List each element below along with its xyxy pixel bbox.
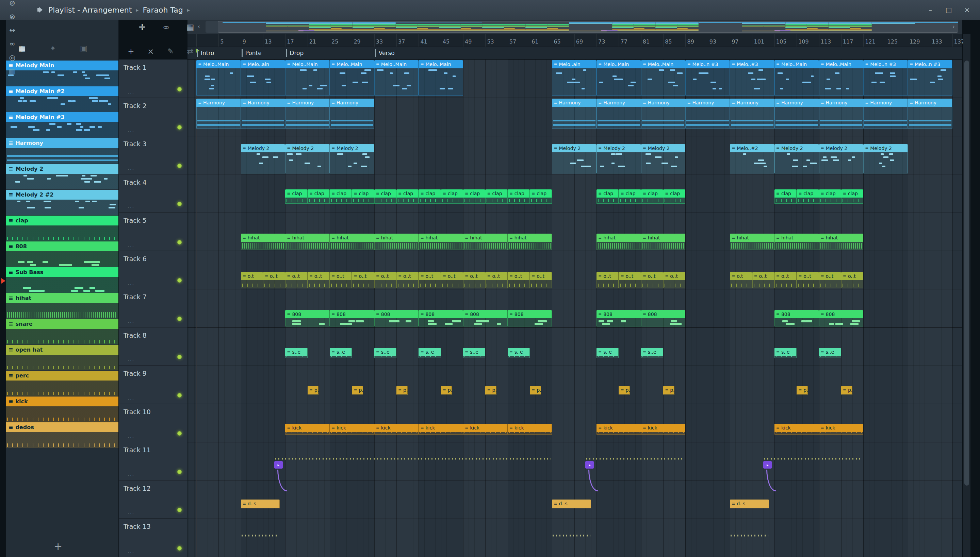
track-resize-grip[interactable]: ··· <box>127 549 134 555</box>
pattern-item[interactable]: ≡808 <box>6 241 118 267</box>
pattern-item[interactable]: ≡perc <box>6 371 118 396</box>
pattern-clip[interactable]: ≡808 <box>596 310 641 326</box>
pattern-clip[interactable]: ≡clap <box>352 189 374 204</box>
pattern-clip[interactable]: ≡Harmony <box>196 99 241 129</box>
pattern-clip[interactable]: ≡kick <box>774 424 819 435</box>
pattern-clip[interactable]: ≡clap <box>418 189 441 204</box>
pattern-clip[interactable]: ≡clap <box>463 189 485 204</box>
pattern-clip[interactable]: ≡o..t <box>596 272 619 288</box>
pattern-clip[interactable]: ≡Melo..Main <box>774 60 819 96</box>
pattern-clip[interactable]: ≡808 <box>285 310 330 326</box>
scroll-left-icon[interactable]: ‹ <box>198 23 200 30</box>
vertical-scrollbar[interactable] <box>963 34 970 557</box>
pattern-clip[interactable]: ≡o..t <box>841 272 863 288</box>
pattern-clip[interactable]: ≡clap <box>641 189 663 204</box>
pattern-clip[interactable]: ≡Melo..Main <box>596 60 641 96</box>
pattern-clip[interactable]: ≡clap <box>397 189 418 204</box>
move-tool-icon[interactable]: ✛ <box>139 23 145 32</box>
pattern-clip[interactable]: ≡Harmony <box>819 99 864 129</box>
track-header[interactable]: Track 13··· <box>119 519 187 557</box>
pattern-clip[interactable]: ≡clap <box>285 189 307 204</box>
pattern-clip[interactable]: ≡808 <box>374 310 419 326</box>
pattern-clip[interactable]: ≡o..t <box>397 272 418 288</box>
link-icon[interactable]: ∞ <box>163 23 170 32</box>
pattern-clip[interactable]: ≡hihat <box>374 234 419 250</box>
pattern-item[interactable]: ≡Harmony <box>6 138 118 164</box>
pattern-clip[interactable]: ≡s..e <box>285 348 307 358</box>
track-resize-grip[interactable]: ··· <box>127 243 134 249</box>
track-mute-led[interactable] <box>177 317 182 321</box>
automation-clip[interactable]: ▸ <box>585 461 609 505</box>
pattern-clip[interactable]: ≡808 <box>330 310 374 326</box>
track-resize-grip[interactable]: ··· <box>127 511 134 517</box>
track-header[interactable]: Track 3··· <box>119 136 187 174</box>
pattern-clip[interactable]: ≡o..t <box>774 272 797 288</box>
scrollbar-thumb[interactable] <box>218 21 958 33</box>
zoom-icon[interactable]: ◎ <box>5 50 19 64</box>
pattern-clip[interactable]: ≡s..e <box>641 348 663 358</box>
pattern-clip[interactable]: ≡Harmony <box>241 99 286 129</box>
track-mute-led[interactable] <box>177 431 182 436</box>
pattern-clip[interactable]: ≡hihat <box>418 234 463 250</box>
swap-icon[interactable]: ⇄ <box>186 47 194 56</box>
track-resize-grip[interactable]: ··· <box>127 129 134 135</box>
pattern-clip[interactable]: ≡Melody 2 <box>285 144 330 173</box>
pattern-clip[interactable]: ≡Melo..ain <box>552 60 596 96</box>
track-resize-grip[interactable]: ··· <box>127 282 134 288</box>
track-mute-led[interactable] <box>177 240 182 244</box>
automation-clip[interactable]: ▸ <box>763 461 787 505</box>
vertical-scrollbar-thumb[interactable] <box>964 60 969 485</box>
pattern-clip[interactable]: ≡Melody 2 <box>241 144 286 173</box>
track-header[interactable]: Track 7··· <box>119 289 187 327</box>
pattern-clip[interactable]: ≡o..t <box>663 272 685 288</box>
pattern-clip[interactable]: ≡p..c <box>841 386 853 395</box>
pattern-clip[interactable]: ≡kick <box>418 424 463 435</box>
track-mute-led[interactable] <box>177 470 182 474</box>
pattern-clip[interactable]: ≡d..s <box>241 500 280 508</box>
pattern-clip[interactable]: ≡808 <box>418 310 463 326</box>
pattern-clip[interactable]: ≡Melo..ain <box>241 60 286 96</box>
pattern-clip[interactable]: ≡kick <box>330 424 374 435</box>
song-marker[interactable]: Ponte <box>242 49 262 57</box>
pattern-clip[interactable]: ≡p..c <box>308 386 319 395</box>
pattern-clip[interactable]: ≡o..t <box>641 272 663 288</box>
track-mute-led[interactable] <box>177 546 182 550</box>
pattern-clip[interactable]: ≡hihat <box>330 234 374 250</box>
pattern-clip[interactable]: ≡clap <box>508 189 530 204</box>
track-header[interactable]: Track 1··· <box>119 60 187 98</box>
pattern-clip[interactable]: ≡o..t <box>418 272 441 288</box>
swap-icon[interactable]: ↔ <box>5 23 19 37</box>
track-header[interactable]: Track 10··· <box>119 404 187 442</box>
track-mute-led[interactable] <box>177 202 182 206</box>
track-mute-led[interactable] <box>177 278 182 283</box>
pattern-clip[interactable]: ≡o..t <box>508 272 530 288</box>
pattern-clip[interactable]: ≡o..t <box>441 272 463 288</box>
arrangement-minimap[interactable] <box>206 21 958 33</box>
pattern-clip[interactable]: ≡p..c <box>441 386 452 395</box>
pattern-clip[interactable]: ≡o..t <box>352 272 374 288</box>
track-resize-grip[interactable]: ··· <box>127 167 134 173</box>
pattern-item[interactable]: ≡Melody 2 #2 <box>6 190 118 216</box>
arrangement-name[interactable]: Faraoh Tag <box>142 6 183 14</box>
pattern-clip[interactable]: ≡clap <box>485 189 507 204</box>
pattern-clip[interactable]: ≡o..t <box>752 272 774 288</box>
playlist-canvas[interactable]: ≡Melo..Main≡Melo..ain≡Melo..Main≡Melo..M… <box>188 60 962 557</box>
track-mute-led[interactable] <box>177 164 182 168</box>
track-resize-grip[interactable]: ··· <box>127 435 134 441</box>
pattern-clip[interactable]: ≡o.t <box>730 272 752 288</box>
pattern-clip[interactable]: ≡Harmony <box>908 99 952 129</box>
pattern-clip[interactable]: ≡o..t <box>285 272 307 288</box>
pattern-clip[interactable]: ≡d..s <box>730 500 769 508</box>
pattern-clip[interactable]: ≡p..c <box>485 386 497 395</box>
pattern-clip[interactable]: ≡Melo..Main <box>374 60 419 96</box>
pattern-clip[interactable]: ≡Harmony <box>685 99 730 129</box>
track-mute-led[interactable] <box>177 393 182 397</box>
pattern-clip[interactable]: ≡o..t <box>619 272 641 288</box>
track-mute-led[interactable] <box>177 355 182 359</box>
pattern-item[interactable]: ≡Melody 2 <box>6 164 118 190</box>
song-marker[interactable]: Drop <box>286 49 304 57</box>
pattern-clip[interactable]: ≡Melody 2 <box>819 144 864 173</box>
pattern-clip[interactable]: ≡Melo..Main <box>418 60 463 96</box>
song-marker[interactable]: Intro <box>197 49 214 57</box>
pattern-clip[interactable]: ≡s..e <box>596 348 619 358</box>
